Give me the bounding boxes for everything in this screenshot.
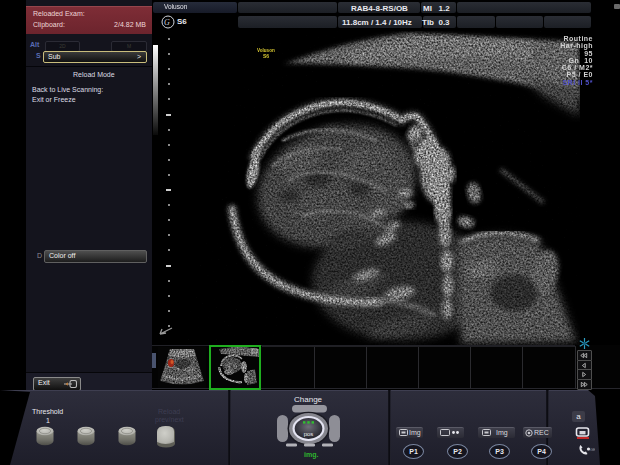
svg-text:pos: pos <box>304 431 314 437</box>
svg-text:G: G <box>164 18 170 27</box>
svg-text:GE: GE <box>590 447 595 452</box>
